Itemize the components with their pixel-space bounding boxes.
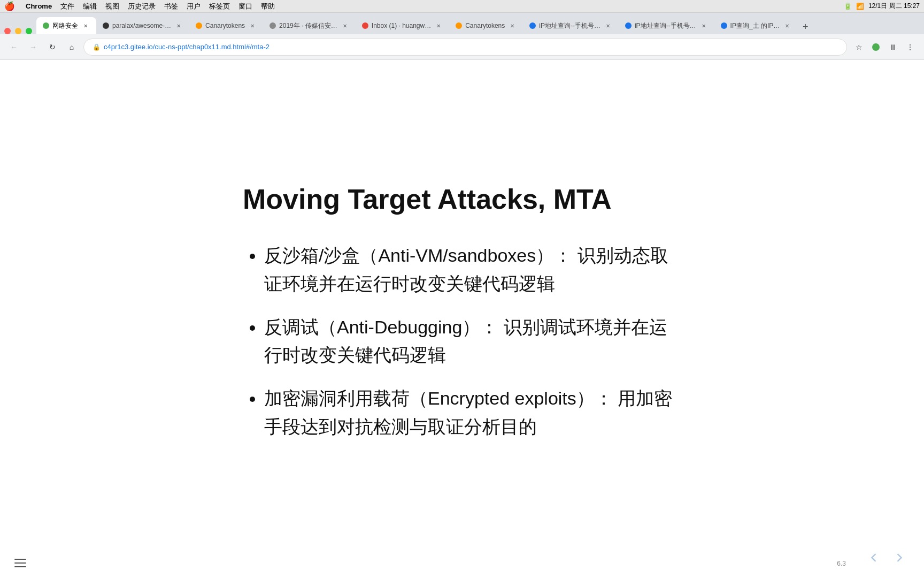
- app-name[interactable]: Chrome: [26, 2, 52, 10]
- slide-number: 6.3: [834, 559, 849, 568]
- prev-slide-button[interactable]: [862, 546, 886, 569]
- menu-edit[interactable]: 编辑: [83, 2, 97, 11]
- tab-9[interactable]: IP查询_土 的IP… ✕: [714, 17, 798, 34]
- tab-favicon-8: [625, 22, 632, 29]
- tab-favicon-6: [456, 22, 462, 29]
- slide-bullet-list: 反沙箱/沙盒（Anti-VM/sandboxes）： 识别动态取证环境并在运行时…: [243, 241, 681, 440]
- menu-help[interactable]: 帮助: [261, 2, 275, 11]
- url-text: c4pr1c3.gitee.io/cuc-ns-ppt/chap0x11.md.…: [104, 43, 838, 51]
- tab-2[interactable]: paralax/awesome-… ✕: [96, 17, 189, 34]
- tab-favicon-4: [270, 22, 276, 29]
- tab-label-5: Inbox (1) · huangw…: [372, 22, 431, 29]
- tab-label-4: 2019年 · 传媒信安…: [279, 21, 337, 31]
- window-maximize-button[interactable]: [26, 28, 32, 34]
- extension-btn-1[interactable]: [868, 40, 883, 55]
- tab-label-7: iP地址查询--手机号…: [539, 21, 600, 31]
- clock: 12/1日 周二 15:27: [868, 2, 920, 11]
- hamburger-line-1: [14, 559, 26, 560]
- menu-file[interactable]: 文件: [60, 2, 74, 11]
- menu-bookmarks[interactable]: 书签: [164, 2, 178, 11]
- tab-7[interactable]: iP地址查询--手机号… ✕: [523, 17, 619, 34]
- tab-close-8[interactable]: ✕: [699, 21, 708, 30]
- hamburger-icon: [14, 559, 26, 567]
- battery-icon: 🔋: [844, 3, 852, 10]
- tab-close-6[interactable]: ✕: [508, 21, 517, 30]
- macos-menubar: 🍎 Chrome 文件 编辑 视图 历史记录 书签 用户 标签页 窗口 帮助 🔋…: [0, 0, 924, 13]
- tab-favicon-1: [43, 22, 49, 29]
- prev-arrow-icon: [866, 550, 881, 565]
- tab-favicon-5: [362, 22, 368, 29]
- wifi-icon: 📶: [856, 3, 864, 10]
- bookmark-button[interactable]: ☆: [851, 40, 866, 55]
- chrome-window: 网络安全 ✕ paralax/awesome-… ✕ Canarytokens …: [0, 13, 924, 578]
- url-bar[interactable]: 🔒 c4pr1c3.gitee.io/cuc-ns-ppt/chap0x11.m…: [83, 39, 847, 56]
- tab-label-3: Canarytokens: [205, 22, 245, 29]
- forward-button[interactable]: →: [26, 40, 41, 55]
- tab-label-2: paralax/awesome-…: [112, 22, 171, 29]
- menu-items: 文件 编辑 视图 历史记录 书签 用户 标签页 窗口 帮助: [60, 2, 275, 11]
- menu-user[interactable]: 用户: [187, 2, 201, 11]
- tab-5[interactable]: Inbox (1) · huangw… ✕: [356, 17, 449, 34]
- tab-close-3[interactable]: ✕: [248, 21, 257, 30]
- tab-label-8: iP地址查询--手机号…: [635, 21, 696, 31]
- hamburger-line-3: [14, 566, 26, 567]
- tab-4[interactable]: 2019年 · 传媒信安… ✕: [263, 17, 356, 34]
- tab-label-6: Canarytokens: [465, 22, 505, 29]
- slide-title: Moving Target Attacks, MTA: [243, 182, 681, 216]
- new-tab-button[interactable]: +: [798, 19, 813, 34]
- slide-area: Moving Target Attacks, MTA 反沙箱/沙盒（Anti-V…: [0, 60, 924, 578]
- tab-close-1[interactable]: ✕: [81, 21, 90, 30]
- home-button[interactable]: ⌂: [64, 40, 79, 55]
- apple-menu[interactable]: 🍎: [4, 1, 15, 11]
- green-extension-icon: [872, 43, 880, 51]
- menu-history[interactable]: 历史记录: [128, 2, 156, 11]
- tab-close-2[interactable]: ✕: [174, 21, 183, 30]
- tab-1[interactable]: 网络安全 ✕: [36, 17, 96, 34]
- next-arrow-icon: [892, 550, 907, 565]
- slide-navigation: [862, 546, 911, 569]
- window-minimize-button[interactable]: [15, 28, 21, 34]
- tab-favicon-3: [196, 22, 202, 29]
- menu-view[interactable]: 视图: [105, 2, 119, 11]
- tab-close-5[interactable]: ✕: [434, 21, 443, 30]
- list-item-3: 加密漏洞利用载荷（Encrypted exploits）： 用加密手段达到对抗检…: [264, 384, 681, 440]
- tab-3[interactable]: Canarytokens ✕: [189, 17, 263, 34]
- tab-favicon-2: [103, 22, 109, 29]
- hamburger-menu-button[interactable]: [11, 553, 30, 573]
- window-controls: [4, 28, 32, 34]
- window-close-button[interactable]: [4, 28, 11, 34]
- tab-close-4[interactable]: ✕: [341, 21, 349, 30]
- tab-label-1: 网络安全: [52, 21, 78, 31]
- next-slide-button[interactable]: [888, 546, 911, 569]
- toolbar-icons: ☆ ⏸ ⋮: [851, 40, 918, 55]
- tab-8[interactable]: iP地址查询--手机号… ✕: [619, 17, 714, 34]
- tab-6[interactable]: Canarytokens ✕: [449, 17, 523, 34]
- tab-label-9: IP查询_土 的IP…: [730, 21, 780, 31]
- back-button[interactable]: ←: [6, 40, 21, 55]
- tab-bar: 网络安全 ✕ paralax/awesome-… ✕ Canarytokens …: [0, 13, 924, 34]
- list-item-2: 反调试（Anti-Debugging）： 识别调试环境并在运行时改变关键代码逻辑: [264, 313, 681, 369]
- reload-button[interactable]: ↻: [45, 40, 60, 55]
- pause-button[interactable]: ⏸: [886, 40, 900, 55]
- hamburger-line-2: [14, 562, 26, 564]
- menu-tabs[interactable]: 标签页: [209, 2, 230, 11]
- more-button[interactable]: ⋮: [903, 40, 918, 55]
- security-icon: 🔒: [93, 43, 101, 51]
- address-bar: ← → ↻ ⌂ 🔒 c4pr1c3.gitee.io/cuc-ns-ppt/ch…: [0, 34, 924, 60]
- tab-favicon-7: [529, 22, 536, 29]
- tab-favicon-9: [721, 22, 727, 29]
- menu-window[interactable]: 窗口: [238, 2, 252, 11]
- list-item-1: 反沙箱/沙盒（Anti-VM/sandboxes）： 识别动态取证环境并在运行时…: [264, 241, 681, 298]
- tab-close-9[interactable]: ✕: [783, 21, 791, 30]
- slide-content: Moving Target Attacks, MTA 反沙箱/沙盒（Anti-V…: [168, 150, 756, 488]
- menubar-right: 🔋 📶 12/1日 周二 15:27: [844, 2, 920, 11]
- tab-close-7[interactable]: ✕: [604, 21, 612, 30]
